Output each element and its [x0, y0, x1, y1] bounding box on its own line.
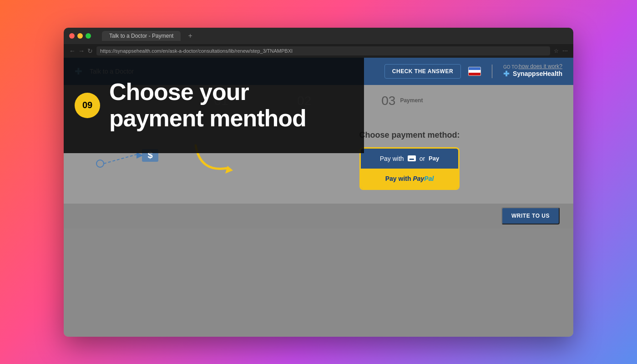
step-3: 03 Payment: [381, 94, 423, 108]
svg-point-0: [96, 160, 104, 167]
reload-button[interactable]: ↻: [87, 47, 93, 55]
tab-title: Talk to a Doctor - Payment: [109, 33, 173, 39]
browser-window: Talk to a Doctor - Payment + ← → ↻ https…: [64, 28, 573, 337]
flag-icon[interactable]: [468, 67, 481, 76]
maximize-button[interactable]: [86, 33, 91, 39]
card-icon: ▬: [408, 155, 416, 161]
url-text: https://synappsehealth.com/en/ask-a-doct…: [100, 48, 293, 54]
apple-pay-label: Pay: [429, 155, 439, 162]
minimize-button[interactable]: [77, 33, 83, 39]
close-button[interactable]: [69, 33, 75, 39]
or-label: or: [420, 155, 425, 162]
traffic-lights: [69, 33, 91, 39]
svg-line-1: [104, 155, 136, 164]
pay-paypal-button[interactable]: Pay with PayPal: [361, 169, 458, 189]
page-footer: WRITE TO US: [64, 204, 573, 229]
overlay-title-line2: payment menthod: [109, 105, 306, 131]
step-3-number: 03: [381, 94, 395, 108]
menu-icon[interactable]: ⋯: [562, 48, 568, 54]
overlay-annotation: 09 Choose your payment menthod: [64, 58, 364, 153]
overlay-text: Choose your payment menthod: [109, 79, 306, 131]
browser-addressbar: ← → ↻ https://synappsehealth.com/en/ask-…: [64, 44, 573, 58]
browser-titlebar: Talk to a Doctor - Payment +: [64, 28, 573, 44]
pay-with-label: Pay with: [380, 155, 404, 162]
overlay-title-line1: Choose your: [109, 79, 249, 105]
brand-area: ✚ SynappseHealth: [503, 70, 562, 78]
how-it-works-link[interactable]: how does it work?: [519, 63, 562, 70]
payment-title: Choose payment method:: [359, 130, 460, 140]
pay-card-button[interactable]: Pay with ▬ or Pay: [361, 149, 458, 169]
check-answer-button[interactable]: CHECK THE ANSWER: [384, 64, 461, 79]
divider: [492, 65, 492, 78]
step-3-label: Payment: [400, 97, 423, 105]
svg-marker-5: [225, 166, 233, 174]
brand-name: SynappseHealth: [513, 70, 562, 77]
step-badge: 09: [75, 93, 100, 118]
browser-actions: ☆ ⋯: [554, 48, 568, 54]
payment-box: Pay with ▬ or Pay Pay with PayPal: [359, 147, 460, 190]
bookmark-icon[interactable]: ☆: [554, 48, 559, 54]
goto-label: GO TO:: [503, 65, 519, 70]
forward-button[interactable]: →: [78, 47, 85, 55]
new-tab-button[interactable]: +: [188, 32, 192, 40]
address-bar[interactable]: https://synappsehealth.com/en/ask-a-doct…: [96, 46, 550, 55]
write-us-button[interactable]: WRITE TO US: [501, 207, 560, 224]
paypal-brand: Pay: [413, 175, 424, 182]
brand-icon: ✚: [503, 70, 509, 78]
paypal-brand-2: Pal: [424, 175, 434, 182]
paypal-label: Pay with: [385, 175, 413, 182]
nav-buttons: ← → ↻: [69, 47, 93, 55]
page-content: ✚ Talk to a Doctor CHECK THE ANSWER GO T…: [64, 58, 573, 337]
back-button[interactable]: ←: [69, 47, 76, 55]
browser-tab[interactable]: Talk to a Doctor - Payment: [102, 31, 181, 41]
